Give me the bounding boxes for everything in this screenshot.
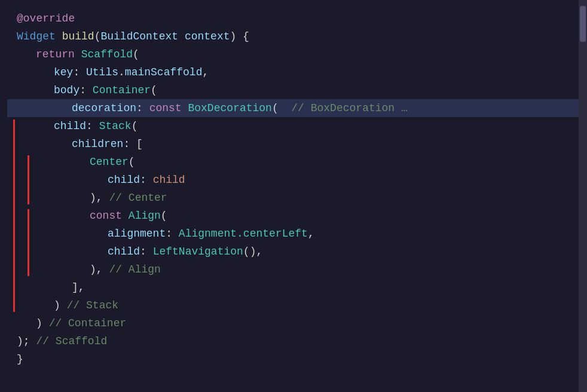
token-child2: child xyxy=(108,172,140,189)
code-line-1: @override xyxy=(12,10,587,27)
code-line-11: ), // Center xyxy=(12,189,587,207)
token-paren7: ( xyxy=(161,207,167,225)
token-comment6: // Scaffold xyxy=(36,333,107,350)
token-space1 xyxy=(56,28,62,45)
token-close7: ); xyxy=(17,333,30,350)
scrollbar-thumb[interactable] xyxy=(580,6,586,42)
token-widget: Widget xyxy=(17,28,56,45)
token-space6 xyxy=(122,207,129,225)
code-line-20: } xyxy=(12,350,587,368)
token-space2 xyxy=(178,28,185,45)
token-paren8: (), xyxy=(243,243,262,261)
token-return: return xyxy=(36,46,75,63)
token-context: context xyxy=(185,28,230,45)
token-align: Align xyxy=(129,207,161,225)
code-line-9: Center( xyxy=(12,153,587,171)
token-close8: } xyxy=(17,351,23,368)
token-space3 xyxy=(75,46,81,63)
token-container: Container xyxy=(93,82,151,99)
token-boxdecoration: BoxDecoration xyxy=(188,100,271,117)
code-line-12: const Align( xyxy=(12,207,587,225)
red-bar-outer xyxy=(13,120,15,312)
code-line-10: child: child xyxy=(12,171,587,189)
token-mainscaffold: mainScaffold xyxy=(125,64,203,81)
token-comment3: // Align xyxy=(109,261,160,278)
token-comma1: , xyxy=(202,64,209,81)
token-const2: const xyxy=(90,207,122,225)
token-colon2: : xyxy=(80,82,93,99)
code-line-4: key: Utils.mainScaffold, xyxy=(12,63,587,81)
token-colon6: : xyxy=(140,172,153,189)
code-line-2: Widget build(BuildContext context) { xyxy=(12,27,587,45)
token-comment1: // BoxDecoration … xyxy=(291,100,407,117)
token-alignment: alignment xyxy=(108,225,166,243)
code-line-16: ], xyxy=(12,278,587,296)
token-leftnavigation: LeftNavigation xyxy=(153,243,243,261)
token-paren4: ( xyxy=(272,100,291,117)
token-child1: child xyxy=(54,118,86,135)
token-decoration: decoration xyxy=(72,100,136,117)
token-paren1: ( xyxy=(94,28,101,45)
token-key: key xyxy=(54,64,73,81)
code-content: @override Widget build(BuildContext cont… xyxy=(12,10,587,368)
token-override: @override xyxy=(17,10,75,27)
token-comma2: , xyxy=(308,225,314,243)
code-line-7: child: Stack( xyxy=(12,117,587,135)
token-children: children xyxy=(72,136,123,153)
code-line-19: ); // Scaffold xyxy=(12,332,587,350)
token-build: build xyxy=(62,28,94,45)
code-line-14: child: LeftNavigation(), xyxy=(12,243,587,261)
bracket-inner2-group: const Align( alignment: Alignment.center… xyxy=(12,207,587,278)
token-stack: Stack xyxy=(99,118,132,135)
token-body: body xyxy=(54,82,80,99)
token-close5: ) xyxy=(54,297,60,314)
token-space7 xyxy=(103,261,109,278)
token-colon8: : xyxy=(140,243,153,261)
token-comment5: // Container xyxy=(49,315,127,332)
code-line-18: ) // Container xyxy=(12,314,587,332)
token-paren2: ( xyxy=(133,46,139,63)
token-close2: ), xyxy=(90,189,103,207)
token-paren5: ( xyxy=(132,118,138,135)
code-editor: @override Widget build(BuildContext cont… xyxy=(0,0,587,392)
token-paren6: ( xyxy=(129,154,135,171)
code-line-17: ) // Stack xyxy=(12,296,587,314)
token-colon1: : xyxy=(73,64,86,81)
token-close1: ) { xyxy=(230,28,249,45)
code-line-3: return Scaffold( xyxy=(12,45,587,63)
token-space4 xyxy=(182,100,188,117)
token-space9 xyxy=(42,315,49,332)
token-buildcontext: BuildContext xyxy=(100,28,178,45)
scrollbar[interactable] xyxy=(579,0,587,392)
code-line-6-highlighted: decoration: const BoxDecoration( // BoxD… xyxy=(7,99,579,117)
token-utils: Utils xyxy=(86,64,118,81)
token-colon4: : xyxy=(86,118,99,135)
token-colon7: : xyxy=(166,225,179,243)
token-center: Center xyxy=(90,154,129,171)
token-space5 xyxy=(103,189,109,207)
code-line-8: children: [ xyxy=(12,135,587,153)
red-bar-inner2 xyxy=(27,209,29,276)
code-line-13: alignment: Alignment.centerLeft, xyxy=(12,225,587,243)
token-const1: const xyxy=(149,100,182,117)
token-child-value: child xyxy=(153,172,185,189)
token-comment4: // Stack xyxy=(67,297,118,314)
token-space10 xyxy=(30,333,36,350)
code-line-5: body: Container( xyxy=(12,81,587,99)
token-close3: ), xyxy=(90,261,103,278)
token-space8 xyxy=(60,297,67,314)
token-colon5: : [ xyxy=(123,136,142,153)
bracket-inner1-group: Center( child: child ), // Center xyxy=(12,153,587,207)
token-colon3: : xyxy=(136,100,149,117)
token-close4: ], xyxy=(72,279,85,296)
token-scaffold: Scaffold xyxy=(81,46,133,63)
red-bar-inner1 xyxy=(27,155,29,204)
token-child3: child xyxy=(108,243,140,261)
token-alignment-val: Alignment.centerLeft xyxy=(179,225,308,243)
token-comment2: // Center xyxy=(109,189,167,207)
token-paren3: ( xyxy=(151,82,157,99)
token-close6: ) xyxy=(36,315,42,332)
code-line-15: ), // Align xyxy=(12,261,587,278)
bracket-outer-group: child: Stack( children: [ Center( child:… xyxy=(12,117,587,314)
token-dot1: . xyxy=(118,64,125,81)
